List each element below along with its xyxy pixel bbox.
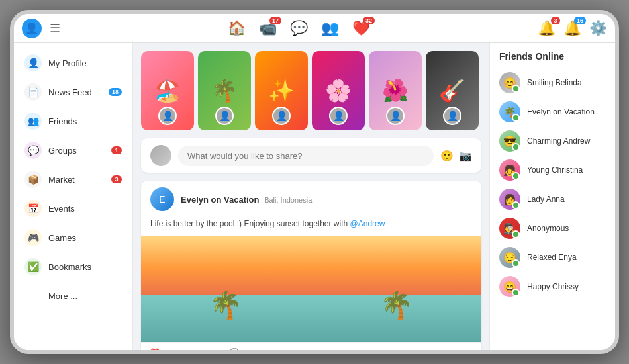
- sidebar-label-profile: My Profile: [48, 58, 87, 68]
- sidebar-label-games: Games: [48, 233, 76, 243]
- friend-item-0[interactable]: 😊 Smiling Belinda: [490, 68, 615, 97]
- profile-icon: 👤: [24, 54, 42, 71]
- more-icon: [24, 287, 42, 304]
- friend-item-5[interactable]: 🕵️ Anonymous: [490, 214, 615, 243]
- settings-wrap[interactable]: ⚙️: [589, 20, 607, 37]
- friend-avatar-5: 🕵️: [499, 218, 520, 239]
- friend-avatar-1: 🌴: [499, 101, 520, 122]
- friend-avatar-3: 👧: [499, 159, 520, 181]
- friend-item-1[interactable]: 🌴 Evelyn on Vacation: [490, 97, 615, 126]
- heart-nav-item[interactable]: ❤️ 32: [352, 20, 370, 37]
- friend-item-6[interactable]: 😌 Relaxed Enya: [490, 243, 615, 272]
- emoji-icon[interactable]: 🙂: [440, 150, 454, 162]
- story-avatar-3: 👤: [272, 107, 291, 125]
- notification-bell-wrap[interactable]: 🔔 3: [538, 20, 556, 37]
- bookmarks-icon: ✅: [24, 258, 42, 275]
- post-evelyn: E Evelyn on Vacation Bali, Indonesia Lif…: [141, 181, 481, 350]
- friend-item-7[interactable]: 😄 Happy Chrissy: [490, 272, 615, 301]
- sidebar-label-events: Events: [48, 204, 75, 214]
- sidebar-item-bookmarks[interactable]: ✅ Bookmarks: [14, 252, 132, 281]
- post-composer: 🙂 📷: [141, 138, 481, 173]
- market-badge: 3: [111, 175, 122, 183]
- post-evelyn-location: Bali, Indonesia: [264, 196, 312, 204]
- sidebar: 👤 My Profile 📄 News Feed 18 👥 Friends 💬 …: [14, 43, 133, 350]
- top-nav: 🏠 📹 17 💬 👥 ❤️ 32: [228, 20, 370, 37]
- sidebar-label-groups: Groups: [48, 146, 77, 156]
- comments-text: 12 comments: [242, 349, 285, 351]
- palm-left: 🌴: [209, 290, 242, 321]
- friend-name-2: Charming Andrew: [527, 136, 590, 146]
- sunset-palms: 🌴 🌴: [141, 290, 481, 321]
- story-item-4[interactable]: 🌸 👤: [312, 51, 365, 130]
- friend-item-4[interactable]: 👩 Lady Anna: [490, 185, 615, 214]
- bell-badge2: 16: [574, 17, 586, 24]
- story-avatar-1: 👤: [158, 107, 177, 125]
- composer-input[interactable]: [178, 146, 434, 166]
- friend-name-5: Anonymous: [527, 224, 569, 233]
- newsfeed-badge: 18: [109, 88, 122, 96]
- groups-icon: 💬: [24, 142, 42, 159]
- story-avatar-6: 👤: [443, 107, 461, 125]
- story-item[interactable]: 🏖️ 👤: [141, 51, 194, 130]
- sidebar-item-games[interactable]: 🎮 Games: [14, 223, 132, 252]
- story-avatar-4: 👤: [329, 107, 348, 125]
- sidebar-item-events[interactable]: 📅 Events: [14, 194, 132, 223]
- post-evelyn-meta: Evelyn on Vacation Bali, Indonesia: [181, 195, 312, 205]
- user-avatar[interactable]: 👤: [22, 19, 42, 38]
- notification-count-wrap[interactable]: 🔔 16: [563, 20, 581, 37]
- friends-icon: 👥: [321, 20, 339, 37]
- palm-right: 🌴: [380, 290, 413, 321]
- story-avatar-5: 👤: [386, 107, 405, 125]
- friend-name-4: Lady Anna: [527, 195, 565, 204]
- post-evelyn-header: E Evelyn on Vacation Bali, Indonesia: [141, 181, 481, 218]
- sidebar-item-more[interactable]: More ...: [14, 281, 132, 310]
- friend-avatar-6: 😌: [499, 247, 520, 268]
- story-item-3[interactable]: ✨ 👤: [255, 51, 308, 130]
- sidebar-item-newsfeed[interactable]: 📄 News Feed 18: [14, 77, 132, 107]
- sunset-scene: 🌴 🌴: [141, 236, 481, 342]
- sidebar-label-friends: Friends: [48, 116, 77, 126]
- story-item-5[interactable]: 🌺 👤: [369, 51, 422, 130]
- camera-icon[interactable]: 📷: [459, 150, 472, 162]
- comment-button[interactable]: 💬 12 comments: [230, 348, 285, 350]
- video-nav-item[interactable]: 📹 17: [259, 20, 277, 37]
- settings-icon: ⚙️: [589, 20, 607, 37]
- post-mention-link[interactable]: @Andrew: [350, 219, 385, 228]
- sidebar-item-profile[interactable]: 👤 My Profile: [14, 48, 132, 77]
- story-item-6[interactable]: 🎸 👤: [426, 51, 479, 130]
- likes-text: 37 people like this: [162, 349, 220, 351]
- sidebar-label-bookmarks: Bookmarks: [48, 262, 91, 272]
- friend-avatar-4: 👩: [499, 189, 520, 210]
- composer-actions: 🙂 📷: [440, 150, 472, 162]
- stories-row: 🏖️ 👤 🌴 👤 ✨ 👤 🌸 👤 🌺 👤: [141, 51, 481, 130]
- friend-item-3[interactable]: 👧 Young Christina: [490, 156, 615, 185]
- sidebar-item-market[interactable]: 📦 Market 3: [14, 165, 132, 194]
- friends-sidebar-icon: 👥: [24, 113, 42, 130]
- menu-icon[interactable]: ☰: [50, 21, 60, 36]
- friends-online-title: Friends Online: [490, 51, 615, 68]
- sidebar-item-friends[interactable]: 👥 Friends: [14, 107, 132, 136]
- home-nav-item[interactable]: 🏠: [228, 20, 246, 37]
- sidebar-label-newsfeed: News Feed: [48, 87, 92, 97]
- friend-name-3: Young Christina: [527, 165, 583, 175]
- bell-badge1: 3: [551, 17, 560, 24]
- chat-nav-item[interactable]: 💬: [290, 20, 308, 37]
- heart-icon: ❤️: [150, 348, 160, 350]
- story-item-2[interactable]: 🌴 👤: [198, 51, 251, 130]
- feed-area: 🏖️ 👤 🌴 👤 ✨ 👤 🌸 👤 🌺 👤: [133, 43, 489, 350]
- home-icon: 🏠: [228, 20, 246, 37]
- friend-avatar-2: 😎: [499, 130, 520, 152]
- sidebar-item-groups[interactable]: 💬 Groups 1: [14, 136, 132, 165]
- friends-nav-item[interactable]: 👥: [321, 20, 339, 37]
- like-button[interactable]: ❤️ 37 people like this: [150, 348, 220, 350]
- comment-icon: 💬: [230, 348, 239, 350]
- post-evelyn-image: 🌴 🌴: [141, 236, 481, 342]
- main-area: 👤 My Profile 📄 News Feed 18 👥 Friends 💬 …: [14, 43, 615, 350]
- friend-item-2[interactable]: 😎 Charming Andrew: [490, 126, 615, 156]
- post-evelyn-body: Life is better by the pool :) Enjoying s…: [141, 218, 481, 236]
- friend-avatar-0: 😊: [499, 72, 520, 93]
- post-evelyn-author: Evelyn on Vacation Bali, Indonesia: [181, 195, 312, 205]
- chat-icon: 💬: [290, 20, 308, 37]
- top-bar: 👤 ☰ 🏠 📹 17 💬 👥 ❤️ 32 🔔 3: [14, 14, 615, 43]
- story-avatar-2: 👤: [215, 107, 234, 125]
